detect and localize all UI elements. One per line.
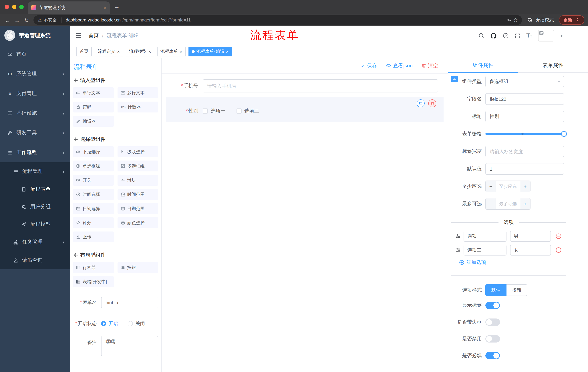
sidebar-item-payment[interactable]: ¥ 支付管理 ▾ [0,84,70,103]
increase-button[interactable]: + [520,181,530,192]
increase-button[interactable]: + [520,198,530,209]
palette-item-editor[interactable]: 编辑器 [73,116,114,127]
sidebar-toggle-icon[interactable]: ☰ [76,32,81,39]
decrease-button[interactable]: − [486,198,496,209]
copy-component-button[interactable] [417,99,425,107]
component-type-select[interactable]: 多选框组▾ [485,76,564,87]
github-icon[interactable] [490,32,496,39]
palette-item-row-container[interactable]: 行容器 [73,262,114,273]
palette-item-password[interactable]: 密码 [73,102,114,112]
tag-close-icon[interactable]: × [226,49,229,54]
drag-handle-icon[interactable] [456,234,461,239]
tag-process-form[interactable]: 流程表单× [157,47,186,56]
palette-item-upload[interactable]: 上传 [73,232,114,242]
delete-component-button[interactable] [428,99,436,107]
palette-item-checkbox-group[interactable]: 多选框组 [117,160,158,171]
tag-close-icon[interactable]: × [180,49,182,54]
required-switch[interactable] [485,352,500,359]
back-button[interactable]: ← [3,17,12,23]
palette-item-time[interactable]: 时间选择 [73,189,114,200]
sidebar-item-home[interactable]: 首页 [0,44,70,64]
tag-home[interactable]: 首页 [76,47,92,56]
radio-open[interactable]: 开启 [101,320,118,327]
option-value-input[interactable] [510,231,551,242]
insecure-label[interactable]: 不安全 [44,17,57,23]
sidebar-item-process-mgmt[interactable]: 流程管理 ▴ [0,162,70,181]
avatar[interactable] [538,30,554,42]
avatar-caret-icon[interactable]: ▾ [560,34,563,38]
palette-item-switch[interactable]: 开关 [73,175,114,186]
new-tab-button[interactable]: + [115,4,119,11]
view-json-button[interactable]: 查看json [386,63,413,69]
tag-close-icon[interactable]: × [117,49,120,54]
save-button[interactable]: ✓保存 [361,63,377,69]
min-stepper-value[interactable]: 至少应选 [496,181,520,192]
palette-item-radio-group[interactable]: 单选框组 [73,160,114,171]
search-icon[interactable] [478,33,484,39]
tag-close-icon[interactable]: × [148,49,151,54]
window-close-button[interactable] [5,5,9,9]
tab-component-props[interactable]: 组件属性 [448,58,518,73]
default-value-input[interactable] [485,163,564,175]
window-zoom-button[interactable] [19,5,24,9]
sidebar-item-process-form[interactable]: 流程表单 [0,181,70,198]
palette-item-counter[interactable]: 123计数器 [117,102,158,112]
palette-item-button[interactable]: 按钮 [117,262,158,273]
add-option-button[interactable]: 添加选项 [459,259,588,266]
tag-process-form-edit[interactable]: 流程表单-编辑× [189,47,232,56]
window-minimize-button[interactable] [12,5,16,9]
decrease-button[interactable]: − [486,181,496,192]
field-gender-selected[interactable]: *性别 选项一 选项二 [166,97,443,122]
tab-form-props[interactable]: 表单属性 [518,58,588,73]
clear-button[interactable]: 清空 [421,63,438,69]
show-label-switch[interactable] [485,302,500,309]
forward-button[interactable]: → [12,17,22,23]
form-remark-textarea[interactable]: 嘿嘿 [101,336,158,356]
tag-process-model[interactable]: 流程模型× [126,47,154,56]
password-key-icon[interactable] [506,18,511,22]
breadcrumb-home[interactable]: 首页 [89,32,99,39]
browser-tab[interactable]: 芋道管理系统 × [28,1,110,14]
remove-option-icon[interactable] [556,247,561,253]
sidebar-item-process-model[interactable]: 流程模型 [0,215,70,233]
form-name-input[interactable] [101,297,158,308]
checkbox-option-two[interactable]: 选项二 [236,108,259,114]
remove-option-icon[interactable] [556,233,561,239]
slider-handle[interactable] [561,131,567,137]
option-label-input[interactable] [463,231,506,242]
palette-item-select[interactable]: 下拉选择 [73,146,114,157]
fullscreen-icon[interactable] [515,33,520,38]
palette-item-color[interactable]: 颜色选择 [117,217,158,228]
style-button-button[interactable]: 按钮 [506,284,527,296]
sidebar-item-workflow[interactable]: 工作流程 ▴ [0,143,70,162]
palette-item-single-text[interactable]: 单行文本 [73,87,114,98]
phone-input[interactable] [203,79,438,93]
palette-item-date-range[interactable]: 日期范围 [117,203,158,214]
palette-item-date[interactable]: 日期选择 [73,203,114,214]
palette-item-rate[interactable]: 评分 [73,217,114,228]
title-input[interactable] [485,111,564,122]
label-width-input[interactable] [485,146,564,157]
palette-item-time-range[interactable]: 时间范围 [117,189,158,200]
palette-item-table[interactable]: 表格[开发中] [73,276,114,287]
palette-item-slider[interactable]: 滑块 [117,175,158,186]
browser-update-button[interactable]: 更新 ⋮ [559,15,584,25]
style-default-button[interactable]: 默认 [485,284,506,296]
sidebar-item-infra[interactable]: 基础设施 ▾ [0,103,70,123]
option-label-input[interactable] [463,244,506,255]
option-value-input[interactable] [510,244,551,255]
font-size-icon[interactable]: TT [526,33,532,39]
insecure-warning-icon[interactable]: ⚠ [38,18,42,22]
max-stepper-value[interactable]: 最多可选 [496,198,520,209]
address-bar[interactable]: ⚠ 不安全 dashboard.yudao.iocoder.cn /bpm/ma… [33,15,522,25]
tab-close-icon[interactable]: × [103,5,106,10]
palette-item-multi-text[interactable]: 多行文本 [117,87,158,98]
reload-button[interactable]: ↻ [22,17,31,23]
radio-closed[interactable]: 关闭 [128,320,145,327]
grid-slider[interactable] [485,133,564,135]
sidebar-item-devtools[interactable]: 研发工具 ▾ [0,123,70,143]
sidebar-item-system[interactable]: ⚙ 系统管理 ▾ [0,64,70,84]
drag-handle-icon[interactable] [456,247,461,253]
help-icon[interactable] [503,33,508,39]
disabled-switch[interactable] [485,335,500,342]
